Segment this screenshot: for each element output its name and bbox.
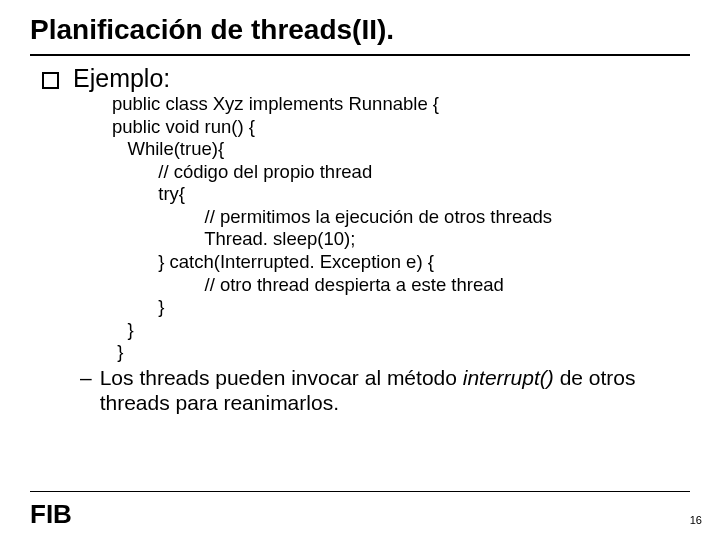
code-line: public class Xyz implements Runnable { (112, 93, 439, 114)
slide-title: Planificación de threads(II). (0, 0, 720, 50)
bullet-level2: – Los threads pueden invocar al método i… (0, 364, 720, 416)
code-block: public class Xyz implements Runnable { p… (0, 93, 720, 364)
logo: FIB (30, 499, 72, 530)
bullet2-pre: Los threads pueden invocar al método (100, 366, 463, 389)
code-line: // permitimos la ejecución de otros thre… (112, 206, 552, 227)
bullet2-em: interrupt() (463, 366, 554, 389)
slide: Planificación de threads(II). Ejemplo: p… (0, 0, 720, 540)
dash-bullet-icon: – (80, 366, 92, 416)
code-line: Thread. sleep(10); (112, 228, 355, 249)
code-line: } catch(Interrupted. Exception e) { (112, 251, 434, 272)
code-line: // código del propio thread (112, 161, 372, 182)
square-bullet-icon (42, 72, 59, 89)
code-line: } (112, 341, 123, 362)
code-line: public void run() { (112, 116, 255, 137)
bullet1-text: Ejemplo: (73, 64, 170, 93)
bullet-level1: Ejemplo: (0, 56, 720, 93)
divider-bottom (30, 491, 690, 492)
code-line: try{ (112, 183, 185, 204)
code-line: } (112, 296, 164, 317)
code-line: While(true){ (112, 138, 224, 159)
code-line: // otro thread despierta a este thread (112, 274, 504, 295)
page-number: 16 (690, 514, 702, 526)
bullet2-text: Los threads pueden invocar al método int… (100, 366, 690, 416)
code-line: } (112, 319, 134, 340)
